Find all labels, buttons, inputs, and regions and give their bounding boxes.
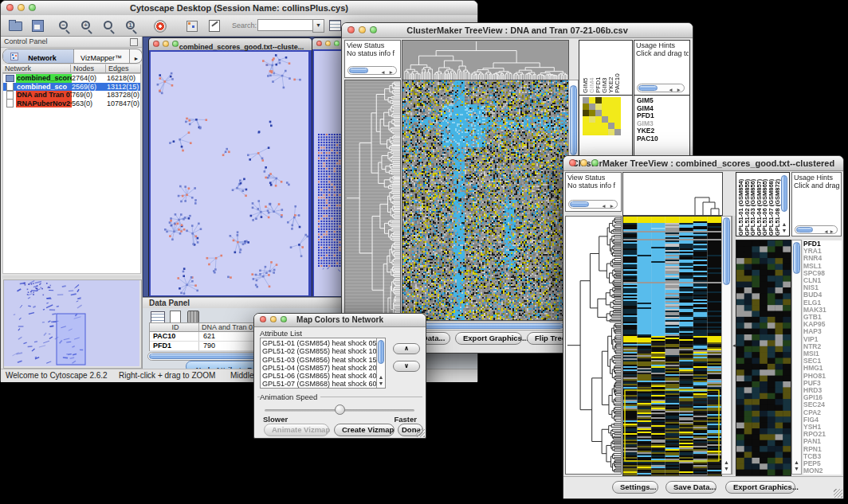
- network-view-window-1[interactable]: combined_scores_good.txt--cluste...: [148, 37, 312, 297]
- matrix-cell[interactable]: [595, 97, 602, 104]
- tv1-row-dendrogram[interactable]: [344, 80, 401, 350]
- minimize-button[interactable]: [580, 159, 587, 166]
- zoom-actual-button[interactable]: 1: [124, 18, 141, 33]
- matrix-cell[interactable]: [583, 104, 589, 110]
- dialog-title-bar[interactable]: Map Colors to Network: [254, 314, 426, 327]
- matrix-cell[interactable]: [608, 123, 614, 129]
- labels-up-arrow[interactable]: ▲: [778, 221, 791, 228]
- tv1-column-label[interactable]: GIM4: [589, 42, 595, 93]
- slider-thumb[interactable]: [335, 404, 345, 415]
- tab-network[interactable]: Network: [3, 49, 74, 63]
- matrix-cell[interactable]: [583, 123, 589, 129]
- tv2-status-scrollbar[interactable]: ◄ ►: [568, 200, 618, 209]
- tv2-labels-scrollthumb[interactable]: [781, 175, 787, 212]
- tv1-status-scrollbar[interactable]: ◄ ►: [347, 66, 397, 75]
- create-vizmap-button[interactable]: Create Vizmap: [334, 424, 395, 436]
- minimize-button[interactable]: [18, 4, 25, 11]
- id-column-header[interactable]: ID: [150, 323, 199, 332]
- matrix-cell[interactable]: [614, 123, 621, 129]
- tv1-column-label[interactable]: GIM3: [602, 42, 608, 93]
- tv2-column-label[interactable]: GPL51-01 (GSM854): [738, 174, 744, 236]
- annotation-button[interactable]: [206, 18, 224, 33]
- network-row[interactable]: RNAPuberNov2+563(0)107847(0): [3, 100, 140, 108]
- column-nodes[interactable]: Nodes: [71, 64, 106, 73]
- network-row[interactable]: combined_sco2569(6)13112(15): [3, 83, 140, 92]
- tv1-heatmap[interactable]: [402, 80, 569, 321]
- close-button[interactable]: [153, 41, 159, 47]
- tv2-column-label[interactable]: GPL51-06 (GSM865): [762, 174, 768, 236]
- network-row[interactable]: DNA and Tran 07769(0)183728(0): [3, 91, 140, 100]
- close-button[interactable]: [569, 159, 576, 166]
- matrix-cell[interactable]: [608, 97, 614, 104]
- tv1-correlation-matrix[interactable]: [583, 97, 621, 135]
- labels-down-arrow[interactable]: ▼: [778, 228, 791, 234]
- matrix-cell[interactable]: [602, 116, 608, 123]
- close-button[interactable]: [347, 26, 355, 33]
- column-network[interactable]: Network: [2, 64, 71, 73]
- tab-vizmapper[interactable]: VizMapper™: [73, 49, 129, 63]
- minimize-button[interactable]: [359, 26, 366, 33]
- search-input[interactable]: [257, 19, 313, 31]
- overview-divider[interactable]: [2, 275, 141, 279]
- matrix-cell[interactable]: [614, 97, 621, 104]
- attribute-option[interactable]: GPL51-07 (GSM868) heat shock 60 min: [262, 380, 383, 388]
- tv2-usage-scrollbar[interactable]: ◄►: [795, 225, 838, 234]
- attribute-option[interactable]: GPL51-03 (GSM856) heat shock 15 min: [262, 356, 383, 364]
- tv2-row-dendrogram[interactable]: [565, 216, 622, 475]
- resize-grip[interactable]: [834, 489, 842, 498]
- tv2-heatmap[interactable]: [622, 216, 722, 476]
- matrix-cell[interactable]: [602, 97, 608, 104]
- tv1-column-dendrogram[interactable]: [402, 40, 569, 80]
- matrix-cell[interactable]: [608, 129, 614, 135]
- column-edges[interactable]: Edges: [106, 64, 141, 73]
- matrix-cell[interactable]: [602, 110, 608, 116]
- matrix-cell[interactable]: [595, 110, 602, 116]
- matrix-cell[interactable]: [583, 110, 589, 116]
- zoom-button[interactable]: [334, 41, 340, 46]
- tv2-export-graphics-button[interactable]: Export Graphics...: [725, 481, 795, 494]
- zoom-in-button[interactable]: +: [79, 18, 96, 33]
- attribute-option[interactable]: GPL51-02 (GSM855) heat shock 10 min: [262, 347, 383, 355]
- matrix-cell[interactable]: [595, 116, 602, 123]
- tv2-gene-vscrollbar[interactable]: ▲▼: [791, 240, 802, 475]
- matrix-cell[interactable]: [583, 116, 589, 123]
- matrix-cell[interactable]: [589, 123, 595, 129]
- network-canvas-1[interactable]: [151, 52, 308, 295]
- matrix-cell[interactable]: [614, 104, 621, 110]
- network-row[interactable]: combined_scores2764(0)16218(0): [3, 74, 140, 83]
- matrix-cell[interactable]: [614, 116, 621, 123]
- matrix-cell[interactable]: [608, 110, 614, 116]
- matrix-cell[interactable]: [589, 110, 595, 116]
- move-down-button[interactable]: ∨: [393, 361, 420, 372]
- matrix-cell[interactable]: [602, 129, 608, 135]
- zoom-button[interactable]: [29, 4, 36, 11]
- minimize-button[interactable]: [163, 41, 169, 47]
- matrix-cell[interactable]: [614, 110, 621, 116]
- main-title-bar[interactable]: Cytoscape Desktop (Session Name: collins…: [1, 1, 477, 16]
- minimize-button[interactable]: [325, 41, 331, 46]
- matrix-cell[interactable]: [602, 104, 608, 110]
- tv1-heatmap-hscrollbar[interactable]: ◄►: [402, 322, 578, 330]
- matrix-cell[interactable]: [589, 129, 595, 135]
- tabs-more-button[interactable]: ►: [129, 49, 143, 63]
- tv2-column-label[interactable]: GPL51-03 (GSM856): [750, 174, 756, 236]
- animate-vizmap-button[interactable]: Animate Vizmap: [264, 424, 329, 436]
- zoom-selected-button[interactable]: [101, 18, 119, 33]
- tv1-gene-item[interactable]: PAC10: [637, 135, 658, 143]
- float-panel-icon[interactable]: [130, 38, 138, 46]
- matrix-cell[interactable]: [614, 129, 621, 135]
- treeview2-title-bar[interactable]: ClusterMaker TreeView : combined_scores_…: [563, 156, 843, 171]
- matrix-cell[interactable]: [608, 104, 614, 110]
- matrix-cell[interactable]: [595, 129, 602, 135]
- tv2-settings-button[interactable]: Settings...: [612, 481, 658, 494]
- close-button[interactable]: [260, 316, 266, 322]
- tv1-column-label[interactable]: PAC10: [614, 42, 621, 93]
- save-button[interactable]: [29, 18, 47, 33]
- attribute-option[interactable]: GPL51-06 (GSM865) heat shock 40 min: [262, 372, 383, 380]
- dialog-resize-grip[interactable]: [416, 428, 425, 437]
- tv2-column-label[interactable]: GPL51-07 (GSM868): [768, 174, 775, 236]
- matrix-cell[interactable]: [583, 97, 589, 104]
- tv2-zoom-heatmap[interactable]: [736, 240, 791, 476]
- zoom-out-button[interactable]: −: [57, 18, 74, 33]
- tv1-usage-scrollbar[interactable]: ◄ ►: [637, 84, 685, 92]
